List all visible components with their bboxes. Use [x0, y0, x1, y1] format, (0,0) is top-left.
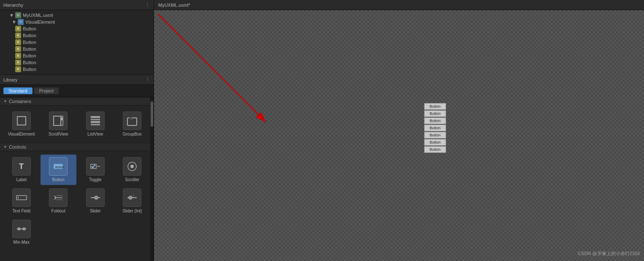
right-panel: MyUXML.uxml* Button Button Button Button…: [154, 0, 644, 261]
library-scroll-thumb[interactable]: [151, 101, 153, 127]
library-item-min-max[interactable]: Min-Max: [3, 217, 40, 247]
tree-row-btn-6[interactable]: B Button: [0, 59, 154, 66]
min-max-icon: [12, 220, 31, 238]
svg-rect-4: [91, 116, 100, 118]
btn-label-1: Button: [23, 26, 36, 31]
scroll-view-icon: [49, 111, 68, 130]
group-box-icon: GB: [123, 111, 141, 130]
library-item-slider-int[interactable]: i Slider (Int): [114, 186, 151, 216]
button-label: Button: [52, 177, 65, 182]
btn-label-2: Button: [23, 33, 36, 38]
canvas-header: MyUXML.uxml*: [154, 0, 644, 10]
tree-row-btn-4[interactable]: B Button: [0, 46, 154, 52]
ve-label: VisualElement: [25, 19, 55, 24]
canvas-btn-5[interactable]: Button: [424, 132, 446, 139]
svg-point-29: [18, 228, 20, 230]
svg-text:GB: GB: [130, 117, 133, 120]
library-item-visual-element[interactable]: VisualElement: [3, 109, 40, 139]
btn-label-5: Button: [23, 53, 36, 58]
library-item-scroller[interactable]: Scroller: [114, 155, 151, 185]
hierarchy-content: ▼ U MyUXML.uxml ▼ V VisualElement B Butt…: [0, 10, 154, 75]
svg-rect-7: [91, 124, 100, 125]
library-item-scroll-view[interactable]: ScrollView: [41, 109, 77, 139]
foldout-label: Foldout: [51, 209, 65, 214]
canvas-buttons-group: Button Button Button Button Button Butto…: [424, 103, 446, 153]
btn-icon-4: B: [15, 46, 21, 52]
hierarchy-menu-button[interactable]: ⋮: [145, 2, 150, 8]
tree-row-btn-5[interactable]: B Button: [0, 52, 154, 59]
slider-int-icon: i: [123, 188, 141, 207]
left-panel: Hierarchy ⋮ ▼ U MyUXML.uxml ▼ V VisualEl…: [0, 0, 154, 261]
scroller-icon: [123, 157, 141, 176]
tab-standard[interactable]: Standard: [3, 87, 32, 94]
btn-icon-7: B: [15, 66, 21, 72]
hierarchy-root[interactable]: ▼ U MyUXML.uxml: [0, 12, 154, 19]
tab-project[interactable]: Project: [34, 87, 59, 94]
button-icon: Button: [49, 157, 68, 176]
text-field-label: Text Field: [12, 209, 30, 214]
btn-label-6: Button: [23, 60, 36, 65]
svg-line-32: [158, 14, 266, 122]
text-field-icon: [12, 188, 31, 207]
containers-grid: VisualElement ScrollView: [0, 106, 154, 143]
foldout-icon: [49, 188, 68, 207]
tree-row-btn-2[interactable]: B Button: [0, 32, 154, 39]
toggle-label: Toggle: [89, 177, 101, 182]
library-item-slider[interactable]: Slider: [77, 186, 114, 216]
library-item-foldout[interactable]: Foldout: [41, 186, 77, 216]
library-menu-button[interactable]: ⋮: [145, 77, 150, 82]
library-scrollbar[interactable]: [150, 97, 154, 261]
containers-section-header[interactable]: ▼ Containers: [0, 97, 154, 106]
ve-expand-icon: ▼: [12, 19, 16, 24]
controls-section-header[interactable]: ▼ Controls: [0, 143, 154, 151]
library-item-text-field[interactable]: Text Field: [3, 186, 40, 216]
canvas-title: MyUXML.uxml*: [158, 3, 190, 8]
list-view-label: ListView: [87, 132, 103, 137]
svg-rect-3: [61, 117, 62, 120]
scroll-view-label: ScrollView: [49, 132, 68, 137]
svg-text:Button: Button: [55, 165, 64, 169]
btn-icon-5: B: [15, 53, 21, 59]
tree-row-btn-3[interactable]: B Button: [0, 39, 154, 46]
watermark: CSDN @牙膏上的小赤打2333: [578, 250, 640, 257]
toggle-icon: [86, 157, 105, 176]
btn-icon-3: B: [15, 39, 21, 45]
label-icon: T: [12, 157, 31, 176]
library-content: ▼ Containers VisualElement: [0, 97, 154, 261]
svg-point-30: [23, 228, 25, 230]
svg-rect-0: [17, 117, 26, 125]
canvas-btn-2[interactable]: Button: [424, 110, 446, 117]
group-box-label: GroupBox: [123, 132, 142, 137]
slider-icon: [86, 188, 105, 207]
svg-text:T: T: [19, 162, 24, 171]
library-item-toggle[interactable]: Toggle: [77, 155, 114, 185]
canvas-btn-7[interactable]: Button: [424, 146, 446, 153]
tree-row-ve[interactable]: ▼ V VisualElement: [0, 19, 154, 25]
library-item-label[interactable]: T Label: [3, 155, 40, 185]
visual-element-label: VisualElement: [8, 132, 35, 137]
library-item-button[interactable]: Button Button: [41, 155, 77, 185]
canvas-btn-1[interactable]: Button: [424, 103, 446, 110]
scroller-label: Scroller: [125, 177, 139, 182]
canvas-area[interactable]: Button Button Button Button Button Butto…: [154, 10, 644, 261]
tree-row-btn-7[interactable]: B Button: [0, 66, 154, 73]
tree-row-btn-1[interactable]: B Button: [0, 25, 154, 32]
canvas-btn-6[interactable]: Button: [424, 139, 446, 146]
canvas-btn-3[interactable]: Button: [424, 117, 446, 124]
label-label: Label: [16, 177, 27, 182]
hierarchy-header: Hierarchy ⋮: [0, 0, 154, 10]
library-item-list-view[interactable]: ListView: [77, 109, 114, 139]
library-item-group-box[interactable]: GB GroupBox: [114, 109, 151, 139]
canvas-btn-4[interactable]: Button: [424, 125, 446, 131]
controls-expand-icon: ▼: [3, 145, 7, 149]
min-max-label: Min-Max: [14, 240, 30, 245]
controls-grid: T Label Button Button: [0, 151, 154, 251]
svg-point-17: [130, 165, 134, 168]
btn-icon-6: B: [15, 60, 21, 65]
ve-icon: V: [18, 19, 24, 25]
svg-point-24: [95, 196, 98, 199]
svg-point-26: [129, 196, 132, 199]
btn-label-3: Button: [23, 40, 36, 45]
library-header: Library ⋮: [0, 75, 154, 85]
slider-int-label: Slider (Int): [122, 209, 142, 214]
